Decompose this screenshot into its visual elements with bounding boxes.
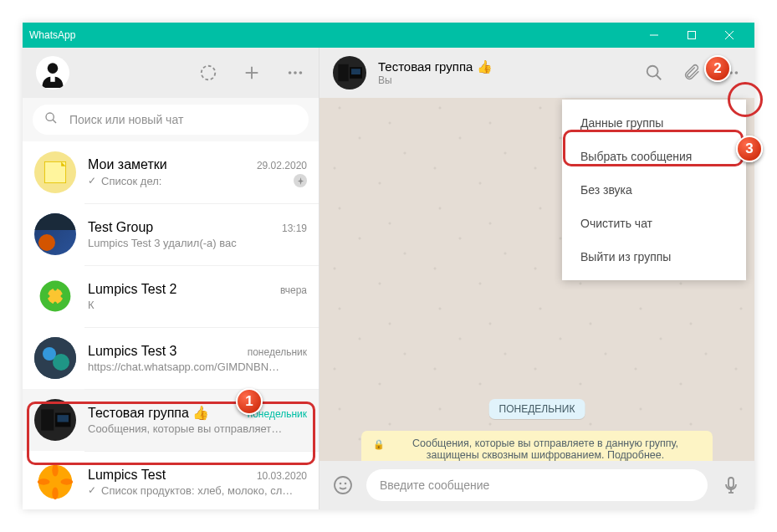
svg-rect-45 [728,478,734,488]
chat-time: 13:19 [282,223,307,234]
svg-rect-36 [351,69,360,74]
attach-icon[interactable] [682,63,703,83]
emoji-icon[interactable] [333,475,353,495]
main-header-sub: Вы [378,74,632,86]
chat-preview: Список дел: [101,175,289,187]
chat-item-selected[interactable]: Тестовая группа 👍понедельник Сообщения, … [23,389,319,451]
chat-time: понедельник [248,346,307,358]
svg-rect-1 [688,32,695,39]
chat-preview: Список продуктов: хлеб, молоко, сл… [101,484,307,497]
date-chip: ПОНЕДЕЛЬНИК [489,399,585,419]
svg-rect-16 [34,213,76,230]
main-header-info[interactable]: Тестовая группа 👍 Вы [378,59,632,86]
search-icon [44,111,58,128]
svg-point-4 [48,63,59,74]
menu-exit-group[interactable]: Выйти из группы [562,240,746,274]
chat-name: Lumpics Test [88,468,250,483]
chat-menu-dropdown: Данные группы Выбрать сообщения Без звук… [562,100,746,280]
sidebar-header [23,48,319,98]
svg-rect-26 [41,409,54,430]
svg-point-33 [60,478,73,484]
chat-item[interactable]: Test Group13:19 Lumpics Test 3 удалил(-а… [23,203,319,265]
svg-point-21 [41,294,50,299]
chat-preview: К [88,299,307,311]
svg-rect-34 [338,64,348,81]
svg-point-32 [38,478,50,484]
check-icon: ✓ [88,175,96,187]
lock-icon: 🔒 [373,439,385,450]
menu-mute[interactable]: Без звука [562,173,746,207]
status-icon[interactable] [198,63,218,83]
chat-name: Lumpics Test 3 [88,344,241,359]
me-avatar[interactable] [36,56,69,90]
menu-group-info[interactable]: Данные группы [562,106,746,140]
chat-avatar [34,337,76,379]
encryption-text: Сообщения, которые вы отправляете в данн… [390,437,701,461]
chat-avatar [34,213,76,255]
mic-icon[interactable] [721,475,741,495]
sidebar-actions [198,63,305,83]
main-header-name: Тестовая группа 👍 [378,59,632,74]
chat-item[interactable]: Lumpics Test10.03.2020 ✓Список продуктов… [23,451,319,509]
menu-icon[interactable] [285,63,305,83]
svg-point-31 [52,487,58,499]
svg-point-22 [60,294,69,299]
svg-point-41 [735,71,739,74]
chat-name: Мои заметки [88,157,250,172]
minimize-button[interactable] [635,23,672,48]
new-chat-icon[interactable] [242,63,262,83]
main-panel: Тестовая группа 👍 Вы ПОНЕ [319,48,754,509]
chat-name: Test Group [88,220,275,235]
svg-point-11 [299,71,303,74]
content: Мои заметки29.02.2020 ✓Список дел: Test … [23,48,754,509]
svg-point-12 [46,113,54,120]
svg-point-44 [345,483,347,485]
svg-point-10 [294,71,297,74]
chat-item[interactable]: Lumpics Test 2вчера К [23,265,319,327]
group-avatar[interactable] [333,56,366,90]
titlebar: WhatsApp [23,23,754,48]
pin-icon [294,174,307,187]
svg-point-42 [335,477,351,494]
search-box[interactable] [33,105,309,135]
composer-input-wrap[interactable] [366,469,708,501]
svg-rect-28 [58,415,69,422]
chat-list[interactable]: Мои заметки29.02.2020 ✓Список дел: Test … [23,141,319,509]
chat-time: вчера [280,284,307,296]
svg-point-43 [340,483,342,485]
svg-point-6 [202,66,216,80]
svg-point-37 [647,66,658,77]
chat-item[interactable]: Lumpics Test 3понедельник https://chat.w… [23,327,319,389]
svg-point-30 [52,464,58,477]
chat-time: 29.02.2020 [257,160,307,171]
search-row [23,98,319,141]
chat-avatar [34,275,76,317]
svg-rect-5 [50,74,54,82]
close-button[interactable] [710,23,748,48]
search-in-chat-icon[interactable] [644,63,664,83]
callout-3: 3 [736,136,763,162]
chat-preview: Сообщения, которые вы отправляет… [88,422,307,435]
search-input[interactable] [69,113,297,126]
composer [319,461,754,509]
maximize-button[interactable] [672,23,710,48]
chat-preview: https://chat.whatsapp.com/GIMDNBN… [88,361,307,373]
svg-point-9 [289,71,292,74]
callout-1: 1 [236,388,263,415]
main-header[interactable]: Тестовая группа 👍 Вы [319,48,754,98]
chat-item[interactable]: Мои заметки29.02.2020 ✓Список дел: [23,141,319,203]
svg-point-19 [53,282,58,291]
chat-name: Тестовая группа 👍 [88,405,241,421]
menu-select-messages[interactable]: Выбрать сообщения [562,140,746,173]
sidebar: Мои заметки29.02.2020 ✓Список дел: Test … [23,48,319,509]
encryption-notice[interactable]: 🔒 Сообщения, которые вы отправляете в да… [361,431,713,461]
check-icon: ✓ [88,484,96,496]
chat-avatar [34,461,76,503]
message-input[interactable] [380,478,694,492]
svg-point-15 [38,234,55,251]
chat-name: Lumpics Test 2 [88,282,273,297]
menu-clear-chat[interactable]: Очистить чат [562,207,746,240]
chat-preview: Lumpics Test 3 удалил(-а) вас [88,237,307,249]
svg-point-25 [53,354,69,371]
app-title: WhatsApp [29,29,635,41]
